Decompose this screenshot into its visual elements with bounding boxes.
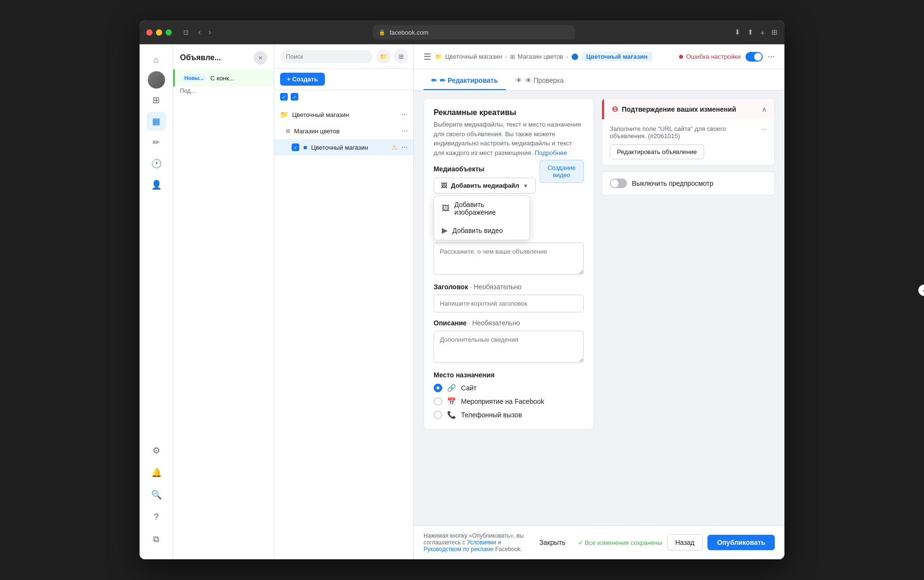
sidebar-item-chart[interactable]: ▦	[147, 112, 166, 131]
nav-more-icon[interactable]: ···	[768, 52, 775, 62]
nav-tree-icons: 📁 ⊞	[376, 49, 408, 64]
share-icon[interactable]: ⬆	[747, 28, 754, 37]
left-panel: Рекламные креативы Выберите медиафайлы, …	[424, 98, 594, 517]
campaign-sidebar-title: Объявле...	[180, 53, 221, 62]
close-traffic-light[interactable]	[146, 29, 153, 36]
new-tab-icon[interactable]: +	[760, 28, 765, 37]
minimize-traffic-light[interactable]	[156, 29, 162, 36]
ad-checkbox[interactable]: ✓	[292, 143, 299, 151]
desc-label: Описание · Необязательно	[434, 319, 584, 327]
nav-tree-item-campaign[interactable]: ⊞ Магазин цветов ···	[274, 123, 413, 139]
edit-ad-button[interactable]: Редактировать объявление	[610, 144, 704, 159]
edit-icon: ✏	[431, 77, 437, 84]
address-bar[interactable]: 🔒 facebook.com	[373, 25, 575, 39]
campaign-sidebar-close[interactable]: ×	[254, 51, 267, 64]
headline-label: Заголовок · Необязательно	[434, 283, 584, 291]
error-card-header: ⊖ Подтверждение ваших изменений ∧	[602, 99, 774, 119]
footer-actions: Закрыть ✓ Все изменения сохранены Назад …	[532, 534, 775, 551]
saved-indicator: ✓ Все изменения сохранены	[578, 539, 662, 546]
sidebar-toggle-icon[interactable]: ⊡	[183, 29, 189, 36]
breadcrumb-item-folder[interactable]: Цветочный магазин	[445, 53, 502, 60]
video-create-button[interactable]: Создание видео	[539, 160, 584, 183]
select-checkbox-2[interactable]: ✓	[291, 93, 298, 101]
dropdown-item-video[interactable]: ▶ Добавить видео	[434, 221, 529, 240]
more-options-icon[interactable]: ···	[401, 110, 408, 119]
nav-item-label: Цветочный магазин	[311, 144, 387, 151]
nav-tree-folder-icon[interactable]: 📁	[376, 49, 391, 64]
publish-button[interactable]: Опубликовать	[707, 535, 775, 550]
sidebar-item-pencil[interactable]: ✏	[147, 133, 166, 152]
sidebar-item-home[interactable]: ⌂	[147, 50, 166, 69]
create-button[interactable]: + Создать	[280, 73, 325, 86]
add-media-button[interactable]: 🖼 Добавить медиафайл ▼	[434, 178, 536, 193]
avatar[interactable]	[148, 71, 165, 89]
right-panel: ⊖ Подтверждение ваших изменений ∧ Заполн…	[602, 98, 775, 517]
main-text-area[interactable]	[434, 243, 584, 275]
caret-down-icon: ▼	[523, 183, 528, 189]
error-badge: Ошибка настройки	[679, 53, 741, 60]
more-options-icon[interactable]: ···	[401, 127, 408, 135]
sidebar-toggle-icon[interactable]: ☰	[424, 52, 431, 62]
desc-textarea[interactable]	[434, 331, 584, 363]
fullscreen-traffic-light[interactable]	[166, 29, 172, 36]
eye-icon: 👁	[515, 77, 522, 84]
back-button[interactable]: ‹	[195, 27, 204, 38]
sidebar-item-search[interactable]: 🔍	[147, 485, 166, 504]
terms-link[interactable]: Условиями	[467, 539, 496, 546]
sidebar-item-layers[interactable]: ⧉	[147, 529, 166, 549]
nav-tree-item-folder[interactable]: 📁 Цветочный магазин ···	[274, 106, 413, 123]
tab-edit[interactable]: ✏ ✏ Редактировать	[424, 72, 506, 90]
publish-toggle[interactable]	[745, 52, 763, 62]
nav-tree-item-ad[interactable]: ✓ ■ Цветочный магазин ⚠ ···	[274, 139, 413, 155]
breadcrumb-separator: ›	[566, 53, 568, 60]
sidebar-item-grid[interactable]: ⊞	[147, 90, 166, 110]
tab-review-label: 👁 Проверка	[525, 77, 564, 84]
forward-button[interactable]: ›	[205, 27, 214, 38]
url-text: facebook.com	[389, 29, 428, 36]
sidebar-item-help[interactable]: ?	[147, 507, 166, 527]
error-circle-icon: ⊖	[612, 104, 618, 114]
destination-radio-group: 🔗 Сайт 📅 Мероприятие на Facebook	[434, 384, 584, 419]
destination-phone-label: Телефонный вызов	[461, 411, 522, 419]
destination-phone[interactable]: 📞 Телефонный вызов	[434, 411, 584, 419]
folder-breadcrumb-icon: 📁	[435, 53, 442, 60]
sidebar-item-bell[interactable]: 🔔	[147, 463, 166, 482]
media-buttons-row: 🖼 Добавить медиафайл ▼ 🖼 Добавить изобра…	[434, 178, 584, 183]
sidebar-item-clock[interactable]: 🕐	[147, 154, 166, 173]
error-dot	[679, 55, 683, 59]
nav-tree-toolbar: 📁 ⊞	[274, 44, 413, 69]
ad-policy-link[interactable]: Руководством по рекламе	[424, 546, 494, 553]
breadcrumb-item-campaign[interactable]: Магазин цветов	[518, 53, 564, 60]
download-icon[interactable]: ⬇	[734, 28, 741, 37]
radio-event[interactable]	[434, 397, 442, 406]
titlebar-right: ⬇ ⬆ + ⊞	[734, 28, 778, 37]
sidebar-item-person[interactable]: 👤	[147, 175, 166, 194]
app-body: ⌂ ⊞ ▦ ✏ 🕐 👤 ⚙ 🔔 🔍 ? ⧉ Объявле... ×	[140, 44, 784, 559]
learn-more-link[interactable]: Подробнее	[535, 149, 567, 156]
nav-tree-grid-icon[interactable]: ⊞	[394, 49, 408, 64]
sidebar-item-settings[interactable]: ⚙	[147, 441, 166, 460]
nav-tree-actions: + Создать	[274, 69, 413, 90]
breadcrumb-item-ad[interactable]: Цветочный магазин	[581, 52, 653, 62]
collapse-icon[interactable]: ∧	[762, 105, 767, 113]
grid-view-icon[interactable]: ⊞	[771, 28, 778, 37]
radio-phone[interactable]	[434, 411, 442, 419]
tab-review[interactable]: 👁 👁 Проверка	[508, 72, 572, 90]
headline-input[interactable]	[434, 295, 584, 312]
close-button[interactable]: Закрыть	[532, 535, 573, 550]
destination-event[interactable]: 📅 Мероприятие на Facebook	[434, 397, 584, 406]
warning-icon: ⚠	[391, 143, 398, 151]
error-more-icon[interactable]: ···	[761, 125, 767, 132]
select-checkbox[interactable]: ✓	[280, 93, 288, 101]
titlebar-nav: ‹ ›	[195, 27, 214, 38]
nav-tree: 📁 ⊞ + Создать ✓ ✓ 📁 Цветочный магазин	[274, 44, 414, 559]
preview-toggle[interactable]	[610, 179, 627, 188]
more-options-icon[interactable]: ···	[401, 143, 408, 152]
radio-website[interactable]	[434, 384, 442, 392]
back-button[interactable]: Назад	[667, 534, 703, 551]
destination-website[interactable]: 🔗 Сайт	[434, 384, 584, 392]
search-input[interactable]	[280, 50, 372, 63]
nav-tree-items: 📁 Цветочный магазин ··· ⊞ Магазин цветов…	[274, 103, 413, 559]
website-icon: 🔗	[447, 384, 456, 392]
dropdown-item-image[interactable]: 🖼 Добавить изображение	[434, 196, 529, 221]
